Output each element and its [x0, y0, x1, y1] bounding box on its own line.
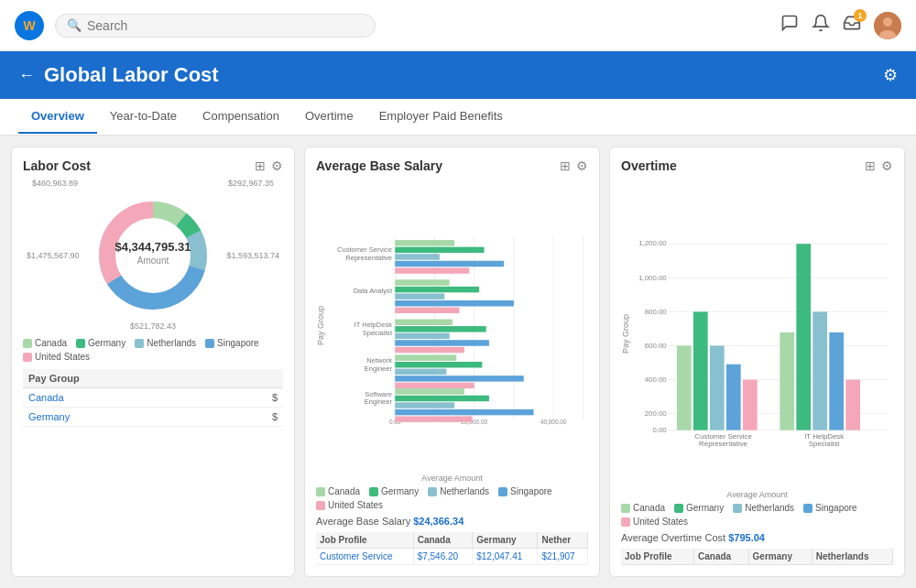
filter-icon[interactable]: ⊞ [255, 158, 266, 173]
salary-legend: Canada Germany Netherlands Singapore Uni… [316, 486, 588, 510]
label-canada-amt: $460,963.89 [32, 179, 78, 188]
svg-rect-37 [395, 300, 514, 306]
legend-canada-label: Canada [35, 338, 67, 348]
inbox-badge: 1 [854, 9, 867, 22]
legend-us-dot [23, 353, 32, 362]
workday-logo[interactable]: W [15, 11, 44, 40]
svg-text:Representative: Representative [345, 254, 392, 262]
labor-cost-legend: Canada Germany Netherlands Singapore Uni… [23, 338, 283, 362]
search-input[interactable] [87, 18, 364, 33]
svg-text:1,200.00: 1,200.00 [638, 239, 667, 247]
settings-icon[interactable]: ⚙ [883, 65, 898, 85]
avg-base-salary-value: $24,366.34 [413, 516, 463, 527]
svg-rect-35 [395, 287, 479, 292]
settings-icon-overtime[interactable]: ⚙ [881, 158, 893, 173]
avg-overtime-label: Average Overtime Cost $795.04 [621, 532, 893, 543]
table-cell-germany[interactable]: Germany [23, 408, 228, 427]
overtime-legend-singapore: Singapore [803, 503, 857, 513]
donut-top-labels: $460,963.89 $292,967.35 [23, 179, 283, 188]
legend-singapore: Singapore [205, 338, 259, 348]
ot-legend-germany-label: Germany [686, 503, 724, 513]
settings-icon-salary[interactable]: ⚙ [576, 158, 588, 173]
top-nav: W 🔍 1 [0, 0, 916, 51]
legend-canada: Canada [23, 338, 67, 348]
svg-rect-69 [693, 311, 708, 430]
svg-text:Software: Software [365, 390, 392, 398]
salary-legend-singapore-label: Singapore [510, 486, 552, 496]
tab-employer-paid-benefits[interactable]: Employer Paid Benefits [366, 100, 516, 134]
filter-icon-salary[interactable]: ⊞ [560, 158, 571, 173]
legend-germany: Germany [76, 338, 125, 348]
legend-netherlands-dot [135, 339, 144, 348]
avg-salary-icons[interactable]: ⊞ ⚙ [560, 158, 588, 173]
tab-year-to-date[interactable]: Year-to-Date [97, 100, 190, 134]
svg-rect-72 [743, 380, 758, 430]
back-button[interactable]: ← [18, 66, 35, 85]
donut-chart: $4,344,795.31 Amount [89, 191, 217, 320]
ot-table-germany-header: Germany [748, 549, 812, 565]
legend-us-label: United States [35, 352, 90, 362]
svg-rect-29 [395, 240, 454, 245]
settings-card-icon[interactable]: ⚙ [271, 158, 283, 173]
tab-overtime[interactable]: Overtime [292, 100, 366, 134]
svg-rect-34 [395, 279, 449, 285]
labor-cost-icons[interactable]: ⊞ ⚙ [255, 158, 283, 173]
svg-text:$4,344,795.31: $4,344,795.31 [114, 240, 191, 254]
overtime-legend-germany: Germany [674, 503, 724, 513]
salary-table-canada-header: Canada [413, 532, 473, 549]
search-bar[interactable]: 🔍 [55, 14, 376, 38]
chat-button[interactable] [780, 14, 799, 37]
svg-rect-31 [395, 254, 440, 259]
svg-rect-41 [395, 333, 449, 339]
salary-table-nether-header: Nether [538, 532, 588, 549]
svg-rect-45 [395, 362, 482, 367]
nether-cell: $21,907 [538, 549, 588, 565]
inbox-button[interactable]: 1 [843, 14, 861, 37]
tab-navigation: Overview Year-to-Date Compensation Overt… [0, 99, 916, 136]
avg-base-salary-card: Average Base Salary ⊞ ⚙ Pay Group Custom… [304, 147, 600, 577]
label-us-amt: $1,475,567.90 [27, 251, 80, 260]
svg-rect-48 [395, 383, 474, 388]
labor-cost-table: Pay Group Canada $ Germany $ [23, 369, 283, 427]
legend-netherlands-label: Netherlands [147, 338, 196, 348]
salary-table-job-header: Job Profile [316, 532, 413, 549]
svg-text:Representative: Representative [699, 440, 747, 448]
filter-icon-overtime[interactable]: ⊞ [865, 158, 876, 173]
svg-rect-40 [395, 326, 485, 332]
ot-legend-canada-label: Canada [633, 503, 665, 513]
ot-table-canada-header: Canada [694, 549, 749, 565]
table-cell-canada[interactable]: Canada [23, 388, 228, 408]
ot-legend-netherlands-label: Netherlands [745, 503, 794, 513]
search-icon: 🔍 [67, 18, 82, 32]
x-axis-label-salary: Average Amount [316, 474, 588, 483]
svg-rect-44 [395, 354, 456, 360]
job-profile-cell[interactable]: Customer Service [316, 549, 413, 565]
tab-overview[interactable]: Overview [18, 100, 97, 134]
svg-rect-38 [395, 308, 459, 313]
svg-rect-73 [780, 332, 794, 430]
legend-singapore-label: Singapore [217, 338, 259, 348]
overtime-table: Job Profile Canada Germany Netherlands [621, 549, 893, 565]
salary-legend-canada: Canada [316, 486, 360, 496]
avg-salary-title: Average Base Salary [316, 158, 442, 173]
avg-salary-header: Average Base Salary ⊞ ⚙ [316, 158, 588, 173]
overtime-legend-us: United States [621, 517, 688, 527]
svg-rect-39 [395, 320, 453, 325]
ot-legend-us-dot [621, 517, 630, 527]
svg-text:1,000.00: 1,000.00 [638, 274, 667, 282]
table-cell-canada-val: $ [228, 388, 283, 408]
svg-rect-36 [395, 293, 444, 299]
salary-legend-us-dot [316, 501, 325, 510]
svg-rect-53 [395, 416, 472, 421]
svg-rect-75 [812, 311, 827, 430]
labor-cost-header: Labor Cost ⊞ ⚙ [23, 158, 283, 173]
canada-cell: $7,546.20 [413, 549, 473, 565]
ot-legend-canada-dot [621, 504, 630, 513]
svg-rect-42 [395, 340, 489, 345]
overtime-icons[interactable]: ⊞ ⚙ [865, 158, 893, 173]
svg-rect-47 [395, 376, 524, 381]
svg-text:Specialist: Specialist [363, 329, 393, 337]
user-avatar[interactable] [874, 12, 901, 39]
tab-compensation[interactable]: Compensation [190, 100, 292, 134]
bell-button[interactable] [812, 14, 830, 37]
